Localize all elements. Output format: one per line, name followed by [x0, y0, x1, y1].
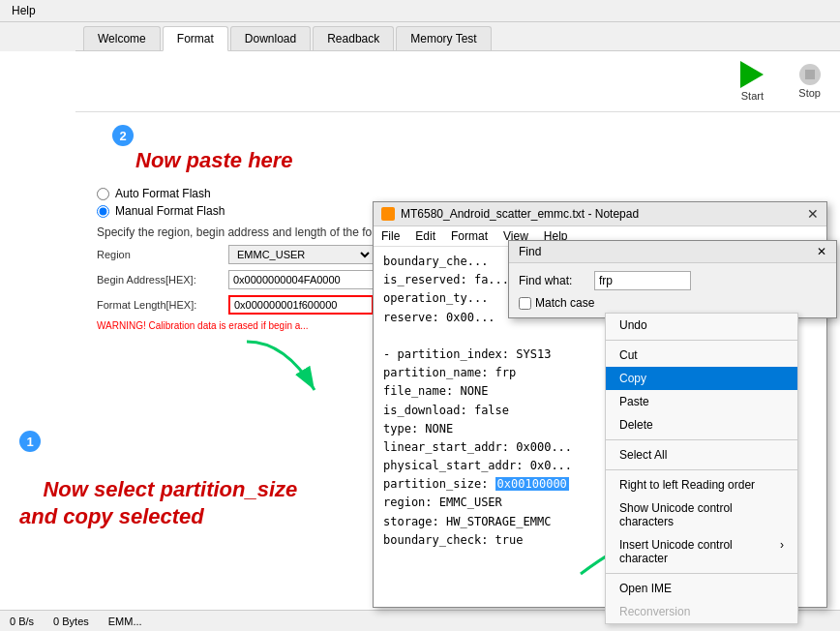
- notepad-title: MT6580_Android_scatter_emmc.txt - Notepa…: [381, 207, 639, 221]
- submenu-arrow-icon: ›: [780, 538, 784, 565]
- context-sep-3: [606, 469, 797, 470]
- context-undo[interactable]: Undo: [606, 314, 797, 337]
- tab-welcome[interactable]: Welcome: [83, 26, 161, 50]
- context-insert-unicode[interactable]: Insert Unicode control character ›: [606, 533, 797, 570]
- match-case-row: Match case: [519, 296, 826, 310]
- play-icon: [740, 61, 764, 88]
- radio-auto-input[interactable]: [97, 188, 109, 200]
- menu-help[interactable]: Help: [8, 2, 40, 19]
- tab-download[interactable]: Download: [230, 26, 311, 50]
- context-sep-1: [606, 340, 797, 341]
- toolbar: Start Stop: [75, 51, 840, 112]
- region-select[interactable]: EMMC_USER: [228, 245, 374, 264]
- region-label: Region: [97, 249, 223, 260]
- notepad-icon: [381, 207, 395, 221]
- find-close-button[interactable]: ✕: [817, 245, 826, 258]
- radio-manual-input[interactable]: [97, 205, 109, 218]
- find-what-input[interactable]: [594, 271, 691, 290]
- instruction-paste: Now paste here: [135, 148, 293, 173]
- tab-readback[interactable]: Readback: [313, 26, 394, 50]
- context-copy[interactable]: Copy: [606, 367, 797, 390]
- context-open-ime[interactable]: Open IME: [606, 577, 797, 600]
- stop-icon-inner: [805, 70, 815, 79]
- notepad-titlebar: MT6580_Android_scatter_emmc.txt - Notepa…: [374, 202, 826, 226]
- notepad-title-text: MT6580_Android_scatter_emmc.txt - Notepa…: [401, 207, 639, 221]
- format-length-label: Format Length[HEX]:: [97, 299, 223, 311]
- find-what-label: Find what:: [519, 274, 586, 287]
- status-storage: EMM...: [108, 616, 142, 627]
- tab-format[interactable]: Format: [163, 26, 228, 51]
- notepad-menu-file[interactable]: File: [381, 229, 400, 243]
- start-label: Start: [741, 90, 764, 102]
- context-sep-2: [606, 439, 797, 440]
- stop-button[interactable]: Stop: [791, 60, 828, 103]
- context-menu: Undo Cut Copy Paste Delete Select All Ri…: [605, 313, 798, 624]
- radio-manual-label: Manual Format Flash: [115, 204, 225, 218]
- find-row: Find what:: [519, 271, 826, 290]
- notepad-menu-edit[interactable]: Edit: [415, 229, 435, 243]
- context-paste[interactable]: Paste: [606, 390, 797, 413]
- context-delete[interactable]: Delete: [606, 413, 797, 436]
- context-rtl[interactable]: Right to left Reading order: [606, 473, 797, 496]
- tabbar: Welcome Format Download Readback Memory …: [75, 22, 840, 51]
- match-case-label: Match case: [535, 296, 594, 310]
- partition-size-highlight: 0x00100000: [495, 477, 569, 491]
- match-case-checkbox[interactable]: [519, 297, 531, 310]
- radio-auto[interactable]: Auto Format Flash: [97, 187, 445, 200]
- badge-2: 2: [112, 125, 134, 146]
- stop-icon: [799, 64, 821, 85]
- find-titlebar: Find ✕: [509, 241, 836, 263]
- tab-memory-test[interactable]: Memory Test: [396, 26, 491, 50]
- find-dialog: Find ✕ Find what: Match case: [508, 240, 837, 318]
- main-content: Start Stop 2 Now paste here 1 Now select…: [0, 51, 840, 626]
- instruction-select: Now select partition_size and copy selec…: [19, 448, 297, 558]
- menubar: Help: [0, 0, 840, 22]
- context-select-all[interactable]: Select All: [606, 443, 797, 466]
- find-title: Find: [519, 245, 541, 258]
- context-sep-4: [606, 573, 797, 574]
- status-bytes: 0 Bytes: [53, 616, 89, 627]
- context-cut[interactable]: Cut: [606, 344, 797, 367]
- context-show-unicode[interactable]: Show Unicode control characters: [606, 496, 797, 533]
- status-speed: 0 B/s: [10, 616, 34, 627]
- stop-label: Stop: [798, 87, 821, 99]
- context-reconversion: Reconversion: [606, 600, 797, 623]
- notepad-close-button[interactable]: ✕: [807, 206, 819, 222]
- notepad-menu-format[interactable]: Format: [451, 229, 488, 243]
- find-body: Find what: Match case: [509, 263, 836, 317]
- begin-address-input[interactable]: [228, 270, 374, 289]
- radio-auto-label: Auto Format Flash: [115, 187, 211, 200]
- format-length-input[interactable]: [228, 295, 374, 315]
- start-button[interactable]: Start: [733, 57, 771, 105]
- begin-address-label: Begin Address[HEX]:: [97, 274, 223, 285]
- arrow-down: [237, 332, 334, 409]
